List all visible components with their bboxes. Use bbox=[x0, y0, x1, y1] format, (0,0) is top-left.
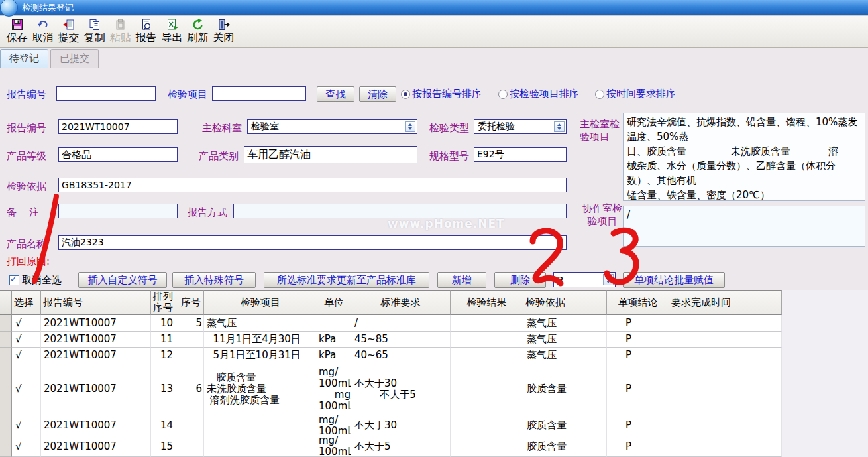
sort-by-report-radio[interactable]: 按报告编号排序 bbox=[401, 88, 482, 100]
row-header[interactable] bbox=[0, 363, 12, 415]
cell-result bbox=[451, 436, 523, 457]
row-header[interactable] bbox=[0, 415, 12, 436]
insert-special-symbol-button[interactable]: 插入特殊符号 bbox=[172, 272, 256, 288]
column-header-deadline[interactable]: 要求完成时间 bbox=[669, 290, 782, 315]
copy-button[interactable]: 复制 bbox=[81, 18, 107, 44]
cell-sort_no: 11 bbox=[151, 332, 178, 348]
cell-seq_no bbox=[178, 415, 204, 436]
update-standard-button[interactable]: 所选标准要求更新至产品标准库 bbox=[264, 272, 429, 288]
report-button[interactable]: 报告 bbox=[133, 18, 159, 44]
type-select[interactable]: 委托检验 bbox=[474, 119, 567, 134]
cell-check[interactable]: √ bbox=[12, 436, 41, 457]
type-value: 委托检验 bbox=[478, 121, 515, 133]
column-header-seq_no[interactable]: 序号 bbox=[178, 290, 204, 315]
table-row[interactable]: √2021WT1000714mg/ 100mL不大于30胶质含量P bbox=[0, 415, 782, 436]
conclusion-select[interactable]: P bbox=[553, 272, 616, 287]
search-item-label: 检验项目 bbox=[168, 88, 207, 101]
report-method-input[interactable] bbox=[233, 204, 567, 218]
cell-check[interactable]: √ bbox=[12, 332, 41, 348]
save-button[interactable]: 保存 bbox=[4, 18, 30, 44]
column-header-result[interactable]: 检验结果 bbox=[451, 290, 523, 315]
dept-select[interactable]: 检验室 bbox=[247, 119, 417, 134]
cell-result bbox=[451, 332, 523, 348]
select-all-checkbox[interactable] bbox=[9, 275, 19, 285]
coop-items-textarea[interactable]: / bbox=[623, 206, 865, 247]
column-header-unit[interactable]: 单位 bbox=[317, 290, 351, 315]
spec-label: 规格型号 bbox=[429, 150, 469, 163]
table-row[interactable]: √2021WT1000712 5月1日至10月31日kPa40~65蒸气压P bbox=[0, 348, 782, 363]
submit-button[interactable]: 提交 bbox=[56, 18, 81, 44]
column-header-report_no[interactable]: 报告编号 bbox=[41, 290, 151, 315]
sort-by-time-radio[interactable]: 按时间要求排序 bbox=[595, 88, 676, 100]
table-row[interactable]: √2021WT10007136 胶质含量 未洗胶质含量 溶剂洗胶质含量mg/ 1… bbox=[0, 363, 782, 415]
results-table[interactable]: 选择报告编号排列序号序号检验项目单位标准要求检验结果检验依据单项结论要求完成时间… bbox=[0, 290, 782, 457]
grade-input[interactable] bbox=[58, 147, 178, 162]
table-row[interactable]: √2021WT10007105蒸气压/蒸气压P bbox=[0, 315, 782, 332]
tab-pending[interactable]: 待登记 bbox=[0, 49, 48, 68]
watermark: www.pHome.NET bbox=[388, 217, 505, 230]
close-label: 关闭 bbox=[213, 31, 235, 44]
copy-icon bbox=[88, 18, 101, 31]
column-header-sort_no[interactable]: 排列序号 bbox=[151, 290, 178, 315]
dropdown-spinner-icon[interactable] bbox=[405, 121, 415, 132]
main-items-textarea[interactable]: 研究法辛烷值、抗爆指数、铅含量、馏程、10%蒸发温度、50%蒸 日、胶质含量 未… bbox=[623, 113, 865, 201]
cell-check[interactable]: √ bbox=[12, 348, 41, 363]
row-header[interactable] bbox=[0, 332, 12, 348]
row-header[interactable] bbox=[0, 436, 12, 457]
basis-input[interactable] bbox=[58, 178, 567, 192]
refresh-button[interactable]: 刷新 bbox=[185, 18, 211, 44]
delete-button[interactable]: 删除 bbox=[494, 272, 546, 288]
column-header-basis[interactable]: 检验依据 bbox=[523, 290, 607, 315]
spec-input[interactable] bbox=[474, 147, 567, 162]
cell-report_no: 2021WT10007 bbox=[41, 363, 151, 415]
title-bar: 检测结果登记 bbox=[0, 0, 868, 15]
clear-button[interactable]: 清除 bbox=[359, 86, 396, 102]
dropdown-spinner-icon[interactable] bbox=[603, 274, 614, 285]
cancel-button[interactable]: 取消 bbox=[30, 18, 56, 44]
insert-custom-symbol-button[interactable]: 插入自定义符号 bbox=[78, 272, 167, 288]
search-report-label: 报告编号 bbox=[7, 88, 46, 101]
add-button[interactable]: 新增 bbox=[437, 272, 486, 288]
remark-label: 备 注 bbox=[7, 206, 39, 219]
close-button[interactable]: 关闭 bbox=[211, 18, 237, 44]
table-row[interactable]: √2021WT1000711 11月1日至4月30日kPa45~85蒸气压P bbox=[0, 332, 782, 348]
search-report-input[interactable] bbox=[56, 86, 156, 101]
row-header[interactable] bbox=[0, 315, 12, 332]
dept-label: 主检科室 bbox=[202, 122, 242, 135]
column-header-item[interactable]: 检验项目 bbox=[204, 290, 317, 315]
table-row[interactable]: √2021WT1000715mg/ 100mL不大于5胶质含量P bbox=[0, 436, 782, 457]
sort-by-item-radio[interactable]: 按检验项目排序 bbox=[498, 88, 579, 100]
find-button[interactable]: 查找 bbox=[317, 86, 354, 102]
cell-item bbox=[204, 436, 317, 457]
select-all-label: 取消全选 bbox=[22, 274, 62, 287]
column-header-check[interactable]: 选择 bbox=[12, 290, 41, 315]
cell-check[interactable]: √ bbox=[12, 363, 41, 415]
coop-items-label: 协作室检验项目 bbox=[582, 202, 623, 228]
batch-assign-button[interactable]: 单项结论批量赋值 bbox=[623, 272, 725, 288]
export-button[interactable]: 导出 bbox=[159, 18, 185, 44]
column-header-conclusion[interactable]: 单项结论 bbox=[607, 290, 669, 315]
search-item-input[interactable] bbox=[212, 86, 306, 101]
cell-report_no: 2021WT10007 bbox=[41, 315, 151, 332]
dropdown-spinner-icon[interactable] bbox=[554, 121, 565, 132]
cell-basis: 胶质含量 bbox=[523, 415, 607, 436]
row-header[interactable] bbox=[0, 348, 12, 363]
report-no-input[interactable] bbox=[58, 119, 178, 134]
cell-unit: mg/ 100mL mg/ 100mL bbox=[317, 363, 351, 415]
product-name-input[interactable] bbox=[58, 235, 567, 250]
cell-result bbox=[451, 415, 523, 436]
cell-report_no: 2021WT10007 bbox=[41, 332, 151, 348]
cell-check[interactable]: √ bbox=[12, 415, 41, 436]
cell-item: 蒸气压 bbox=[204, 315, 317, 332]
product-name-label: 产品名称 bbox=[7, 238, 46, 251]
tab-divider bbox=[0, 68, 868, 68]
remark-input[interactable] bbox=[58, 204, 178, 218]
tab-submitted[interactable]: 已提交 bbox=[50, 49, 99, 68]
category-input[interactable] bbox=[244, 146, 417, 163]
cell-requirement: 40~65 bbox=[351, 348, 451, 363]
cell-deadline bbox=[669, 415, 782, 436]
cell-check[interactable]: √ bbox=[12, 315, 41, 332]
column-header-requirement[interactable]: 标准要求 bbox=[351, 290, 451, 315]
select-all-control[interactable]: 取消全选 bbox=[9, 274, 62, 287]
cell-report_no: 2021WT10007 bbox=[41, 415, 151, 436]
